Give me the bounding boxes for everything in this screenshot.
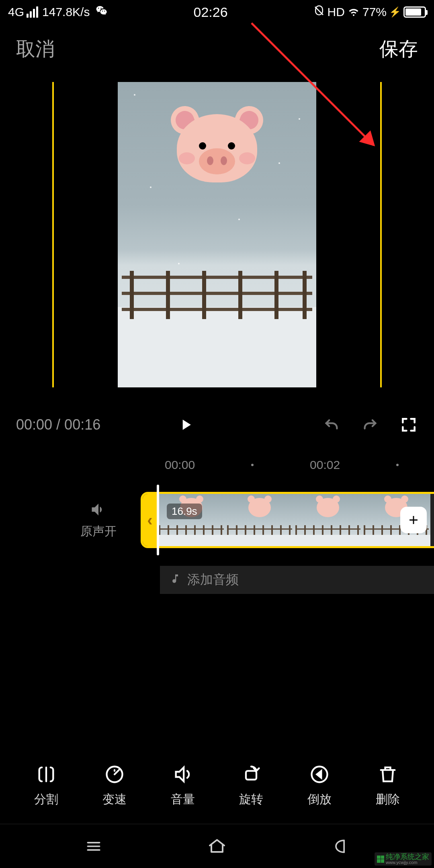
tool-rotate[interactable]: 旋转: [239, 763, 263, 808]
edit-toolbar: 分割 变速 音量 旋转 倒放 删除: [0, 763, 434, 808]
battery-icon: [403, 6, 426, 18]
network-type: 4G: [8, 5, 24, 19]
tool-split-label: 分割: [34, 791, 58, 808]
clip-thumbnail: [225, 494, 294, 546]
ruler-dot: [251, 464, 254, 466]
timeline-row: 原声开 ‹ 16.9s: [0, 484, 434, 556]
recent-apps-button[interactable]: [82, 835, 105, 858]
trash-icon: [377, 763, 399, 786]
timeline-ruler: 00:00 00:02: [0, 458, 434, 472]
tool-reverse-label: 倒放: [307, 791, 332, 808]
reverse-icon: [308, 763, 331, 786]
watermark-logo-icon: [377, 856, 384, 863]
pig-sticker: [169, 106, 265, 186]
charging-icon: ⚡: [389, 6, 401, 18]
timeline-track[interactable]: ‹ 16.9s: [141, 488, 434, 552]
status-left: 4G 147.8K/s: [8, 4, 108, 20]
editor-header: 取消 保存: [0, 24, 434, 70]
clip-duration-badge: 16.9s: [167, 504, 202, 519]
tool-rotate-label: 旋转: [239, 791, 263, 808]
playhead[interactable]: [157, 485, 159, 555]
signal-icon: [27, 6, 38, 18]
battery-percent: 77%: [362, 5, 387, 19]
fullscreen-button[interactable]: [399, 416, 418, 434]
rotate-icon: [240, 763, 262, 786]
video-clip[interactable]: ‹ 16.9s: [141, 492, 434, 548]
clip-thumbnail: [157, 494, 225, 546]
clip-thumbnail: [294, 494, 362, 546]
ruler-mark-0: 00:00: [165, 458, 195, 472]
svg-rect-1: [246, 771, 256, 780]
status-right: HD 77% ⚡: [313, 4, 426, 20]
add-clip-button[interactable]: [400, 507, 427, 533]
original-sound-toggle[interactable]: 原声开: [0, 501, 141, 540]
tool-volume[interactable]: 音量: [171, 763, 195, 808]
tool-delete-label: 删除: [376, 791, 400, 808]
play-button[interactable]: [177, 416, 194, 434]
undo-button[interactable]: [322, 416, 341, 434]
speed-icon: [103, 763, 126, 786]
speaker-icon: [90, 501, 107, 518]
sound-toggle-label: 原声开: [80, 523, 117, 540]
data-speed: 147.8K/s: [42, 5, 90, 19]
preview-area: [0, 78, 434, 391]
tool-speed[interactable]: 变速: [102, 763, 127, 808]
save-button[interactable]: 保存: [379, 36, 418, 62]
video-preview[interactable]: [118, 82, 316, 387]
tool-delete[interactable]: 删除: [376, 763, 400, 808]
tool-reverse[interactable]: 倒放: [307, 763, 332, 808]
tool-speed-label: 变速: [102, 791, 127, 808]
cancel-button[interactable]: 取消: [16, 36, 55, 62]
time-display: 00:00 / 00:16: [16, 416, 100, 433]
clip-handle-left[interactable]: ‹: [143, 494, 157, 546]
add-audio-label: 添加音频: [187, 571, 239, 589]
system-nav-bar: [0, 824, 434, 868]
add-audio-row[interactable]: 添加音频: [160, 566, 434, 594]
watermark: 纯净系统之家 www.ycwjjy.com: [375, 852, 432, 866]
music-note-icon: [170, 573, 181, 588]
ruler-dot: [396, 464, 399, 466]
wechat-icon: [95, 4, 108, 20]
mute-icon: [313, 5, 325, 20]
tool-split[interactable]: 分割: [34, 763, 58, 808]
crop-border-left[interactable]: [52, 82, 54, 387]
playback-controls: 00:00 / 00:16: [0, 407, 434, 442]
hd-label: HD: [328, 5, 345, 19]
home-button[interactable]: [206, 835, 228, 858]
redo-button[interactable]: [361, 416, 379, 434]
back-button[interactable]: [329, 835, 352, 858]
crop-border-right[interactable]: [380, 82, 382, 387]
status-time: 02:26: [193, 4, 227, 20]
status-bar: 4G 147.8K/s 02:26 HD 77% ⚡: [0, 0, 434, 24]
volume-icon: [172, 763, 194, 786]
current-time: 00:00: [16, 416, 52, 433]
total-time: 00:16: [64, 416, 100, 433]
watermark-text: 纯净系统之家: [386, 853, 429, 860]
wifi-icon: [347, 4, 360, 20]
tool-volume-label: 音量: [171, 791, 195, 808]
ruler-mark-1: 00:02: [310, 458, 340, 472]
watermark-sub: www.ycwjjy.com: [386, 860, 429, 865]
split-icon: [35, 763, 57, 786]
